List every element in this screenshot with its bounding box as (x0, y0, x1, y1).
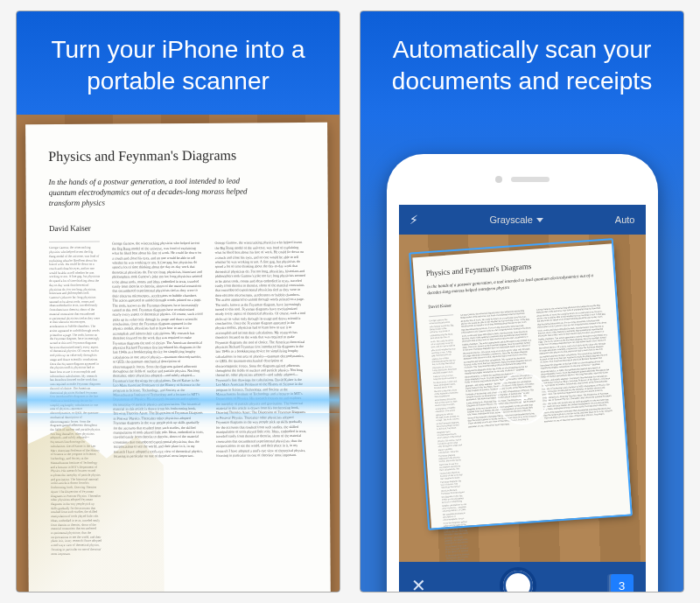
shutter-button[interactable] (500, 567, 536, 592)
chevron-down-icon (536, 218, 543, 222)
color-mode-selector[interactable]: Grayscale (489, 214, 543, 225)
scanned-document: Physics and Feynman's Diagrams In the ha… (25, 122, 331, 592)
doc-page-right: © 2005 Sigma Xi, The Scientific Research… (147, 592, 308, 592)
doc-title: Physics and Feynman's Diagrams (48, 147, 304, 165)
promo-panel-right: Automatically scan your documents and re… (360, 11, 684, 592)
headline-right: Automatically scan your documents and re… (360, 11, 683, 115)
camera-viewport[interactable]: Physics and Feynman's Diagrams In the ha… (399, 235, 646, 562)
headline-left: Turn your iPhone into a portable scanner (17, 11, 340, 115)
front-camera-icon (495, 176, 502, 183)
phone-wrap: ⚡︎ Grayscale Auto Physics and Feynman's … (360, 115, 683, 592)
phone-screen: ⚡︎ Grayscale Auto Physics and Feynman's … (399, 205, 646, 592)
scan-bar (17, 387, 340, 413)
scanner-bottom-bar: ✕ 3 (399, 562, 646, 592)
color-mode-label: Grayscale (489, 214, 533, 225)
iphone-device: ⚡︎ Grayscale Auto Physics and Feynman's … (387, 154, 658, 592)
doc-author: David Kaiser (49, 222, 305, 233)
flash-toggle[interactable]: ⚡︎ (410, 213, 418, 227)
paper-crumple (27, 424, 164, 592)
phone-bezel-top (387, 154, 658, 205)
desk-surface: Physics and Feynman's Diagrams In the ha… (17, 115, 340, 592)
doc-subtitle: In the hands of a postwar generation, a … (48, 175, 258, 208)
focus-reticle-icon (496, 372, 549, 424)
promo-panel-left: Turn your iPhone into a portable scanner… (16, 11, 340, 592)
scanner-top-bar: ⚡︎ Grayscale Auto (399, 205, 646, 235)
doc-footer: 156 American Scientist, Volume 93 © 2005… (52, 592, 308, 592)
auto-toggle[interactable]: Auto (615, 214, 635, 225)
speaker-icon (511, 177, 550, 182)
close-button[interactable]: ✕ (411, 575, 426, 592)
page-count-chip[interactable]: 3 (611, 574, 634, 592)
